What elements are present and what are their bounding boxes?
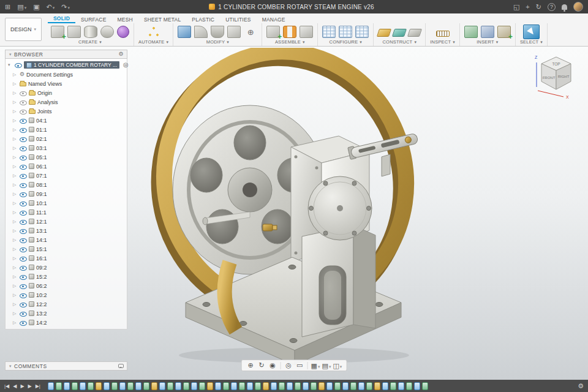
- visibility-eye-icon[interactable]: [20, 145, 27, 151]
- viewcube[interactable]: TOP FRONT RIGHT Z X: [532, 51, 581, 99]
- timeline-feature-marker[interactable]: [318, 382, 325, 390]
- timeline-feature-marker[interactable]: [350, 382, 356, 390]
- timeline-feature-marker[interactable]: [406, 382, 412, 390]
- add-tab-icon[interactable]: +: [526, 4, 529, 10]
- visibility-eye-icon[interactable]: [20, 228, 27, 234]
- browser-component-row[interactable]: ▷ 16:1: [6, 254, 127, 263]
- modify-dropdown[interactable]: MODIFY▾: [178, 39, 257, 45]
- disclosure-icon[interactable]: ▷: [13, 265, 18, 270]
- automate-dropdown[interactable]: AUTOMATE▾: [138, 39, 168, 45]
- tab-utilities[interactable]: UTILITIES: [220, 15, 256, 23]
- visibility-eye-icon[interactable]: [20, 320, 27, 326]
- timeline-feature-marker[interactable]: [167, 382, 173, 390]
- comment-bubble-icon[interactable]: [118, 364, 124, 368]
- press-pull-icon[interactable]: [178, 26, 191, 38]
- timeline-feature-marker[interactable]: [279, 382, 285, 390]
- timeline-feature-marker[interactable]: [159, 382, 165, 390]
- tab-sheet-metal[interactable]: SHEET METAL: [138, 15, 186, 23]
- disclosure-icon[interactable]: ▷: [13, 155, 18, 160]
- shell-icon[interactable]: [211, 26, 224, 38]
- tab-surface[interactable]: SURFACE: [75, 15, 112, 23]
- browser-component-row[interactable]: ▷ 09:2: [6, 263, 127, 272]
- comments-bar[interactable]: ▾ COMMENTS: [5, 361, 127, 371]
- visibility-eye-icon[interactable]: [20, 237, 27, 243]
- inspect-dropdown[interactable]: INSPECT▾: [430, 39, 455, 45]
- tab-manage[interactable]: MANAGE: [257, 15, 291, 23]
- disclosure-icon[interactable]: ▷: [13, 247, 18, 252]
- skip-to-end-button[interactable]: ▶|: [36, 383, 40, 389]
- timeline-feature-marker[interactable]: [422, 382, 428, 390]
- timeline-feature-marker[interactable]: [398, 382, 404, 390]
- timeline-feature-marker[interactable]: [104, 382, 110, 390]
- assemble-dropdown[interactable]: ASSEMBLE▾: [266, 39, 313, 45]
- disclosure-icon[interactable]: ▷: [13, 100, 18, 105]
- configuration-theme-icon[interactable]: [339, 26, 352, 38]
- browser-component-row[interactable]: ▷ 15:1: [6, 244, 127, 254]
- file-menu-button[interactable]: ▤▾: [17, 3, 26, 10]
- construct-dropdown[interactable]: CONSTRUCT▾: [378, 39, 421, 45]
- disclosure-icon[interactable]: ▷: [13, 164, 18, 169]
- joint-icon[interactable]: [283, 26, 296, 38]
- browser-settings-gear-icon[interactable]: ⚙: [118, 51, 124, 57]
- step-forward-button[interactable]: ▶: [28, 383, 32, 389]
- timeline-feature-marker[interactable]: [326, 382, 333, 390]
- disclosure-icon[interactable]: ▷: [13, 311, 18, 316]
- disclosure-icon[interactable]: ▷: [13, 284, 18, 288]
- extensions-icon[interactable]: ◱: [513, 4, 519, 10]
- disclosure-icon[interactable]: ▷: [13, 137, 18, 141]
- timeline-feature-marker[interactable]: [287, 382, 293, 390]
- disclosure-icon[interactable]: ▷: [13, 192, 18, 197]
- job-status-icon[interactable]: ↻: [536, 4, 541, 10]
- timeline-feature-marker[interactable]: [111, 382, 118, 390]
- extrude-icon[interactable]: [67, 26, 81, 38]
- browser-component-row[interactable]: ▷ 11:1: [6, 208, 127, 217]
- visibility-eye-icon[interactable]: [20, 191, 27, 197]
- disclosure-icon[interactable]: ▷: [13, 146, 18, 151]
- sweep-icon[interactable]: [100, 26, 114, 38]
- disclosure-icon[interactable]: ▷: [13, 302, 18, 307]
- disclosure-icon[interactable]: ▷: [13, 320, 18, 325]
- apps-grid-icon[interactable]: ⊞: [5, 4, 10, 10]
- new-component-icon[interactable]: [51, 26, 64, 38]
- timeline-feature-marker[interactable]: [56, 382, 62, 390]
- tab-plastic[interactable]: PLASTIC: [186, 15, 220, 23]
- configure-dropdown[interactable]: CONFIGURE▾: [322, 39, 369, 45]
- timeline-feature-marker[interactable]: [271, 382, 277, 390]
- skip-to-start-button[interactable]: |◀: [4, 383, 9, 389]
- timeline-feature-marker[interactable]: [223, 382, 229, 390]
- visibility-eye-icon[interactable]: [20, 209, 27, 216]
- fillet-icon[interactable]: [194, 26, 208, 38]
- browser-component-row[interactable]: ▷ 14:1: [6, 235, 127, 244]
- timeline-feature-marker[interactable]: [414, 382, 420, 390]
- visibility-eye-icon[interactable]: [20, 292, 27, 298]
- timeline-feature-marker[interactable]: [64, 382, 70, 390]
- viewport-canvas[interactable]: ▾ BROWSER ⚙ ▾ 1 CYLINDER COMBER ROTARY .…: [0, 47, 588, 380]
- timeline-feature-marker[interactable]: [199, 382, 205, 390]
- configuration-insert-icon[interactable]: [355, 26, 369, 38]
- disclosure-icon[interactable]: ▷: [13, 109, 18, 114]
- model-stand[interactable]: [302, 225, 375, 337]
- browser-folder-row[interactable]: ▷ Origin: [6, 88, 127, 97]
- timeline-feature-marker[interactable]: [295, 382, 301, 390]
- decal-icon[interactable]: [481, 26, 494, 38]
- viewports-menu[interactable]: ◫▾: [333, 362, 342, 369]
- timeline-feature-marker[interactable]: [358, 382, 364, 390]
- browser-component-row[interactable]: ▷ 04:1: [6, 116, 127, 125]
- visibility-eye-icon[interactable]: [20, 265, 27, 271]
- timeline-feature-marker[interactable]: [135, 382, 141, 390]
- timeline-feature-marker[interactable]: [72, 382, 78, 390]
- pan-icon[interactable]: ⊕: [246, 362, 255, 369]
- model-end-cap[interactable]: [308, 176, 372, 240]
- disclosure-icon[interactable]: ▷: [13, 238, 18, 243]
- visibility-eye-icon[interactable]: [20, 246, 27, 252]
- browser-folder-row[interactable]: ▷ ⚙ Document Settings: [6, 70, 127, 79]
- browser-folder-row[interactable]: ▷ Joints: [6, 107, 127, 116]
- angled-plane-icon[interactable]: [392, 29, 407, 37]
- tab-solid[interactable]: SOLID: [48, 14, 75, 23]
- timeline-feature-marker[interactable]: [96, 382, 102, 390]
- timeline-feature-marker[interactable]: [207, 382, 213, 390]
- visibility-eye-icon[interactable]: [20, 274, 27, 280]
- timeline-feature-marker[interactable]: [374, 382, 380, 390]
- measure-icon[interactable]: [436, 31, 450, 37]
- insert-dropdown[interactable]: INSERT▾: [464, 39, 511, 45]
